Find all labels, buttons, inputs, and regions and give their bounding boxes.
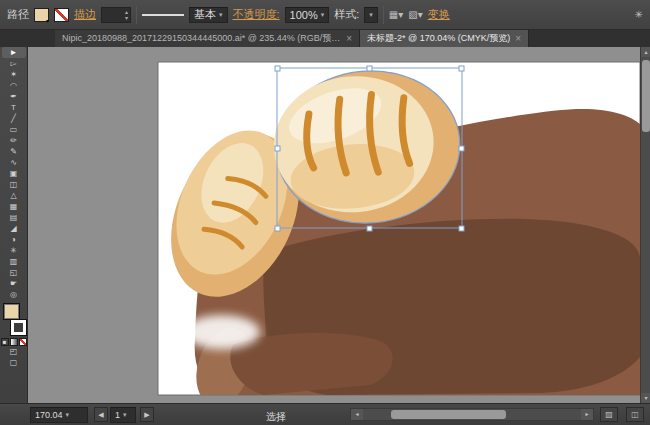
stroke-color-swatch[interactable] [54, 8, 69, 22]
tool-pencil[interactable]: ✎ [2, 146, 26, 157]
tool-mesh[interactable]: ▦ [2, 201, 26, 212]
zoom-value: 170.04 [35, 410, 63, 420]
control-bar: 路径 ▾ 描边 ▴ ▾ 基本 ▾ 不透明度: 100% ▾ 样式: ▾ ▦▾ ▧… [0, 0, 650, 30]
none-button[interactable] [19, 338, 27, 346]
gradient-button[interactable] [10, 338, 18, 346]
stroke-profile-preview [142, 14, 184, 16]
canvas-viewport[interactable] [28, 47, 640, 403]
horizontal-scroll-thumb[interactable] [391, 410, 506, 419]
corner-button-2[interactable]: ◫ [626, 407, 644, 422]
selection-type-label: 路径 [7, 7, 29, 22]
brush-caret-icon: ▾ [219, 11, 223, 19]
style-select[interactable]: ▾ [364, 7, 378, 23]
tool-line[interactable]: ╱ [2, 113, 26, 124]
scroll-down-icon[interactable]: ▾ [641, 393, 650, 403]
vertical-scrollbar[interactable]: ▴ ▾ [640, 47, 650, 403]
brush-select[interactable]: 基本 ▾ [189, 7, 228, 23]
stroke-weight-stepper[interactable]: ▴ ▾ [101, 7, 131, 23]
tool-magic-wand[interactable]: ✶ [2, 69, 26, 80]
color-mode-buttons: ■ [1, 338, 27, 346]
corner-button-1[interactable]: ▨ [600, 407, 618, 422]
preferences-icon[interactable]: ▧▾ [408, 9, 422, 20]
tool-perspective-grid[interactable]: △ [2, 190, 26, 201]
tool-selection[interactable]: ► [2, 47, 26, 58]
stepper-down-icon[interactable]: ▾ [125, 15, 128, 21]
draw-mode-button[interactable]: ◰ [2, 346, 26, 357]
tool-eyedropper[interactable]: ◢ [2, 223, 26, 234]
next-artboard-button[interactable]: ▶ [140, 407, 154, 422]
tool-paintbrush[interactable]: ✏ [2, 135, 26, 146]
tool-width[interactable]: ∿ [2, 157, 26, 168]
tool-hand[interactable]: ☛ [2, 278, 26, 289]
document-setup-icon[interactable]: ▦▾ [389, 9, 403, 20]
opacity-caret-icon: ▾ [321, 11, 325, 19]
tool-pen[interactable]: ✒ [2, 91, 26, 102]
style-caret-icon: ▾ [369, 11, 373, 19]
opacity-link[interactable]: 不透明度: [233, 7, 280, 22]
scroll-left-icon[interactable]: ◂ [351, 409, 363, 420]
tab-document-1-label: Nipic_20180988_20171229150344445000.ai* … [62, 32, 341, 45]
zoom-select[interactable]: 170.04 ▾ [30, 407, 88, 423]
tool-rectangle[interactable]: ▭ [2, 124, 26, 135]
fill-caret-icon: ▾ [46, 18, 49, 24]
prev-artboard-button[interactable]: ◀ [94, 407, 108, 422]
status-bar: 170.04 ▾ ◀ 1 ▾ ▶ 选择 ◂ ▸ ▨ ◫ [0, 403, 650, 425]
style-label: 样式: [334, 7, 359, 22]
tool-gradient[interactable]: ▤ [2, 212, 26, 223]
tool-type[interactable]: T [2, 102, 26, 113]
current-tool-status: 选择 [266, 410, 286, 424]
tab-document-1-close-icon[interactable]: × [346, 33, 352, 44]
transform-link[interactable]: 变换 [428, 7, 450, 22]
toolbar-stroke-swatch[interactable] [11, 320, 26, 335]
tool-shape-builder[interactable]: ◫ [2, 179, 26, 190]
color-button[interactable]: ■ [1, 338, 9, 346]
tool-lasso[interactable]: ◠ [2, 80, 26, 91]
tab-document-2-label: 未标题-2* @ 170.04% (CMYK/预览) [367, 32, 510, 45]
vertical-scroll-thumb[interactable] [642, 60, 650, 132]
illustrator-window: 路径 ▾ 描边 ▴ ▾ 基本 ▾ 不透明度: 100% ▾ 样式: ▾ ▦▾ ▧… [0, 0, 650, 425]
fill-color-swatch[interactable]: ▾ [34, 8, 49, 22]
separator [383, 6, 384, 24]
scroll-up-icon[interactable]: ▴ [641, 47, 650, 57]
toolbar-fill-swatch[interactable] [3, 303, 20, 320]
brush-value: 基本 [194, 7, 216, 22]
tab-document-2-close-icon[interactable]: × [515, 33, 521, 44]
tool-artboard[interactable]: ◱ [2, 267, 26, 278]
stroke-link[interactable]: 描边 [74, 7, 96, 22]
tool-symbol-sprayer[interactable]: ✳ [2, 245, 26, 256]
tool-direct-selection[interactable]: ▻ [2, 58, 26, 69]
tool-zoom[interactable]: ◎ [2, 289, 26, 300]
tool-column-graph[interactable]: ▥ [2, 256, 26, 267]
opacity-value: 100% [290, 9, 318, 21]
artboard-number-field[interactable]: 1 ▾ [110, 407, 136, 423]
flour-blur [184, 315, 260, 349]
opacity-select[interactable]: 100% ▾ [285, 7, 330, 23]
artboard-caret-icon: ▾ [123, 411, 127, 419]
tools-panel: ► ▻ ✶ ◠ ✒ T ╱ ▭ ✏ ✎ ∿ ▣ ◫ △ ▦ ▤ ◢ ◑ ✳ ▥ … [0, 47, 28, 403]
document-tab-bar: Nipic_20180988_20171229150344445000.ai* … [0, 30, 650, 47]
scroll-right-icon[interactable]: ▸ [581, 409, 593, 420]
tool-free-transform[interactable]: ▣ [2, 168, 26, 179]
tool-blend[interactable]: ◑ [2, 234, 26, 245]
canvas-svg [28, 47, 640, 403]
horizontal-scrollbar[interactable]: ◂ ▸ [350, 408, 594, 421]
screen-mode-button[interactable]: ▢ [2, 357, 26, 368]
artboard-number: 1 [115, 410, 120, 420]
separator [136, 6, 137, 24]
tab-document-1[interactable]: Nipic_20180988_20171229150344445000.ai* … [55, 30, 360, 47]
panel-menu-icon[interactable]: ✳ [635, 9, 643, 20]
zoom-caret-icon: ▾ [66, 411, 70, 419]
fill-stroke-swatches [1, 303, 27, 335]
tab-document-2[interactable]: 未标题-2* @ 170.04% (CMYK/预览) × [360, 30, 529, 47]
